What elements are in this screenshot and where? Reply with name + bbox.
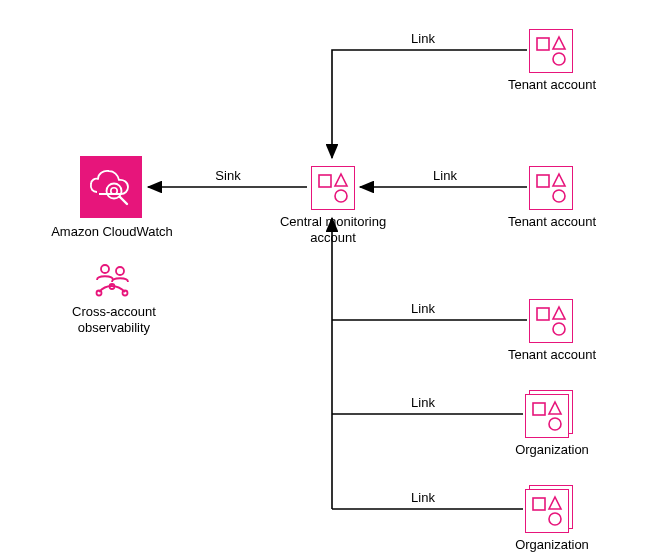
svg-point-19: [553, 323, 565, 335]
svg-rect-11: [537, 38, 549, 50]
svg-rect-8: [319, 175, 331, 187]
svg-marker-18: [553, 307, 565, 319]
org2-label: Organization: [505, 537, 599, 553]
edge-link2-label: Link: [420, 168, 470, 183]
central-account-icon: [311, 166, 355, 210]
central-account-label: Central monitoring account: [271, 214, 395, 247]
edge-link1-label: Link: [398, 31, 448, 46]
cloudwatch-label: Amazon CloudWatch: [40, 224, 184, 240]
cloudwatch-icon: [80, 156, 142, 218]
cross-account-icon: [93, 262, 133, 305]
svg-point-7: [123, 291, 128, 296]
svg-point-4: [116, 267, 124, 275]
cross-account-label: Cross-account observability: [56, 304, 172, 337]
svg-point-22: [549, 418, 561, 430]
svg-rect-14: [537, 175, 549, 187]
svg-point-16: [553, 190, 565, 202]
svg-marker-12: [553, 37, 565, 49]
edge-sink-label: Sink: [203, 168, 253, 183]
svg-point-5: [97, 291, 102, 296]
tenant2-icon: [529, 166, 573, 210]
svg-rect-17: [537, 308, 549, 320]
edge-link3-label: Link: [398, 301, 448, 316]
svg-point-13: [553, 53, 565, 65]
svg-line-2: [120, 197, 128, 205]
edge-link4-label: Link: [398, 395, 448, 410]
org2-icon: [525, 485, 571, 531]
svg-rect-23: [533, 498, 545, 510]
tenant3-icon: [529, 299, 573, 343]
svg-point-3: [101, 265, 109, 273]
svg-marker-21: [549, 402, 561, 414]
org1-label: Organization: [505, 442, 599, 458]
svg-marker-15: [553, 174, 565, 186]
edge-link5-label: Link: [398, 490, 448, 505]
tenant2-label: Tenant account: [500, 214, 604, 230]
svg-point-25: [549, 513, 561, 525]
tenant1-label: Tenant account: [500, 77, 604, 93]
svg-rect-20: [533, 403, 545, 415]
tenant1-icon: [529, 29, 573, 73]
svg-marker-9: [335, 174, 347, 186]
svg-marker-24: [549, 497, 561, 509]
svg-point-10: [335, 190, 347, 202]
edge-link1: [332, 50, 527, 158]
tenant3-label: Tenant account: [500, 347, 604, 363]
org1-icon: [525, 390, 571, 436]
